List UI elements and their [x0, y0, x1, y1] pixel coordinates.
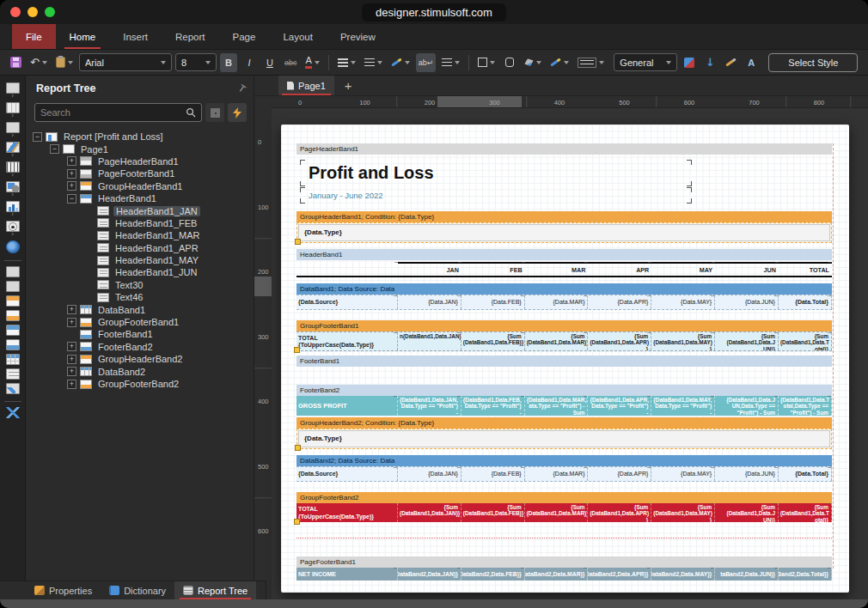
tree-expander-icon[interactable]: + — [67, 367, 76, 376]
data-cell[interactable]: {Data.JAN} — [398, 295, 462, 309]
tab-dictionary[interactable]: Dictionary — [101, 581, 174, 599]
tree-expander-icon[interactable]: − — [33, 132, 42, 142]
list-format-button[interactable] — [439, 53, 462, 72]
total-cell[interactable]: {Sum (DataBand1,Data.MAR)} — [525, 503, 589, 522]
data-cell[interactable]: {Data.MAY} — [651, 467, 715, 481]
tree-expander-icon[interactable]: + — [67, 380, 76, 389]
gross-profit-cell[interactable]: {DataBand1,Data.T otal,Data.Type == "Pro… — [779, 396, 832, 416]
ribbon-tab-preview[interactable]: Preview — [327, 24, 389, 49]
header-cell[interactable] — [296, 262, 398, 278]
total-cell[interactable]: TOTAL {ToUpperCase(Data.Type)} — [296, 503, 398, 522]
borders-button[interactable] — [475, 53, 498, 72]
data-cell[interactable]: {Data.FEB} — [462, 295, 525, 309]
toolbox-text-band[interactable] — [6, 368, 20, 380]
group-header1-content[interactable]: {Data.Type} — [296, 222, 832, 243]
toolbox-page-footer-band[interactable] — [6, 281, 20, 292]
toolbox-tools[interactable] — [6, 407, 20, 418]
tree-node-HeaderBand1_FEB[interactable]: HeaderBand1_FEB — [28, 217, 254, 229]
total-cell[interactable]: {Sum (DataBand1,Data.MAY) } — [651, 503, 715, 522]
header-cell[interactable]: MAY — [651, 262, 715, 278]
data-cell[interactable]: {Data.JUN} — [715, 467, 779, 481]
sum-cell[interactable]: {Sum (DataBand1,Data.J UN)} — [715, 332, 779, 350]
data-cell[interactable]: {Data.MAR} — [525, 467, 589, 481]
toolbox-header-band[interactable] — [6, 325, 20, 336]
toolbox-text-components[interactable]: › — [6, 82, 20, 99]
tree-node-GroupHeaderBand2[interactable]: +GroupHeaderBand2 — [28, 353, 254, 365]
band-strip-pagefooter1[interactable]: PageFooterBand1 — [296, 556, 832, 568]
shape-button[interactable] — [501, 53, 518, 72]
gross-profit-cell[interactable]: {DataBand1,Data.MAR,D ata.Type == "Profi… — [525, 396, 589, 416]
tab-properties[interactable]: Properties — [26, 581, 101, 599]
tree-node-HeaderBand1[interactable]: −HeaderBand1 — [28, 192, 254, 204]
data-cell[interactable]: {Data.Source} — [296, 467, 398, 481]
border-color-button[interactable] — [547, 53, 572, 72]
band-strip-databand1[interactable]: DataBand1; Data Source: Data — [296, 283, 832, 295]
gross-profit-cell[interactable]: GROSS PROFIT — [296, 396, 398, 416]
data-cell[interactable]: {Data.MAY} — [651, 295, 715, 309]
group-type-textbox[interactable]: {Data.Type} — [298, 430, 830, 447]
band-strip-header1[interactable]: HeaderBand1 — [296, 249, 832, 260]
header-cell[interactable]: JAN — [398, 262, 462, 278]
toolbox-table-component[interactable]: › — [6, 102, 20, 119]
tree-node-Text46[interactable]: Text46 — [28, 291, 254, 303]
total-cell[interactable]: {Sum (DataBand1,Data.T otal)} — [779, 503, 832, 522]
tree-expander-icon[interactable]: + — [67, 156, 76, 166]
toolbox-data-band[interactable] — [6, 354, 20, 365]
band-strip-groupheader1[interactable]: GroupHeaderBand1; Condition: {Data.Type} — [296, 211, 832, 222]
gross-profit-cell[interactable]: {DataBand1,Data.J UN,Data.Type == "Profi… — [715, 396, 779, 416]
tree-node-Report [Profit and Loss][interactable]: −Report [Profit and Loss] — [28, 131, 254, 143]
group-header2-content[interactable]: {Data.Type} — [296, 429, 832, 449]
word-wrap-button[interactable]: ab↵ — [416, 53, 437, 72]
net-income-cell[interactable]: (DataBand2,Data.MAY)} — [651, 568, 715, 581]
maximize-window-button[interactable] — [45, 7, 55, 17]
toolbox-footer-band[interactable] — [6, 339, 20, 350]
clear-format-button[interactable] — [722, 53, 739, 72]
tree-node-HeaderBand1_MAR[interactable]: HeaderBand1_MAR — [28, 229, 254, 241]
data-cell[interactable]: {Data.Source} — [296, 295, 398, 309]
tree-node-FooterBand1[interactable]: FooterBand1 — [28, 328, 254, 340]
tree-expander-icon[interactable]: + — [67, 169, 76, 179]
header-cell[interactable]: FEB — [462, 262, 525, 278]
tree-node-DataBand1[interactable]: +DataBand1 — [28, 303, 254, 315]
tree-expander-icon[interactable]: + — [67, 305, 76, 314]
font-color-button[interactable]: A — [303, 53, 321, 72]
group-type-textbox[interactable]: {Data.Type} — [298, 224, 830, 241]
fill-color-button[interactable] — [522, 53, 544, 72]
sum-cell[interactable]: {Sum (DataBand1,Data.MAR)} — [525, 332, 589, 350]
data-cell[interactable]: {Data.APR} — [588, 467, 651, 481]
minimize-window-button[interactable] — [28, 7, 38, 17]
strikethrough-button[interactable]: abc — [282, 53, 300, 72]
tree-expander-icon[interactable]: + — [67, 318, 76, 327]
tree-expander-icon[interactable]: − — [50, 144, 59, 154]
tree-node-GroupFooterBand2[interactable]: +GroupFooterBand2 — [28, 378, 254, 390]
tree-expander-icon[interactable]: + — [67, 342, 76, 351]
horizontal-align-button[interactable] — [335, 53, 358, 72]
total-cell[interactable]: {Sum (DataBand1,Data.FEB)} — [462, 503, 525, 522]
band-strip-groupfooter2[interactable]: GroupFooterBand2 — [296, 492, 832, 503]
toolbox-barcode-component[interactable]: › — [6, 161, 20, 178]
report-subtitle-textbox[interactable]: January - June 2022 — [302, 189, 690, 202]
toolbox-page-header-band[interactable] — [6, 266, 20, 277]
vertical-align-button[interactable] — [362, 53, 385, 72]
toolbox-group-header-band[interactable] — [6, 295, 20, 307]
header-cell[interactable]: JUN — [715, 262, 779, 278]
tab-page1[interactable]: Page1 — [278, 76, 334, 95]
sum-cell[interactable]: {Sum (DataBand1,Data.MAY) } — [651, 332, 715, 350]
data-cell[interactable]: {Data.Total} — [779, 467, 832, 481]
toolbox-copy-components[interactable]: › — [6, 122, 20, 138]
header-cell[interactable]: APR — [588, 262, 651, 278]
toolbox-group-footer-band[interactable] — [6, 310, 20, 321]
band-strip-pageheader1[interactable]: PageHeaderBand1 — [296, 143, 832, 155]
toolbox-map-component[interactable] — [6, 240, 20, 253]
band-strip-groupheader2[interactable]: GroupHeaderBand2; Condition: {Data.Type} — [296, 417, 832, 429]
close-window-button[interactable] — [10, 7, 21, 17]
view-mode-button[interactable] — [205, 103, 224, 122]
ribbon-tab-home[interactable]: Home — [56, 24, 110, 49]
net-income-cell[interactable]: taBand2,Data.JUN)} — [715, 568, 779, 581]
tree-expander-icon[interactable]: + — [67, 181, 76, 191]
header-cell[interactable]: MAR — [525, 262, 589, 278]
select-style-button[interactable]: Select Style — [768, 53, 858, 72]
gross-profit-cell[interactable]: {DataBand1,Data.APR, Data.Type == "Profi… — [588, 396, 651, 416]
net-income-cell[interactable]: m(DataBand2,Data.MAR)} — [525, 568, 589, 581]
net-income-cell[interactable]: (DataBand2,Data.APR)} — [588, 568, 651, 581]
